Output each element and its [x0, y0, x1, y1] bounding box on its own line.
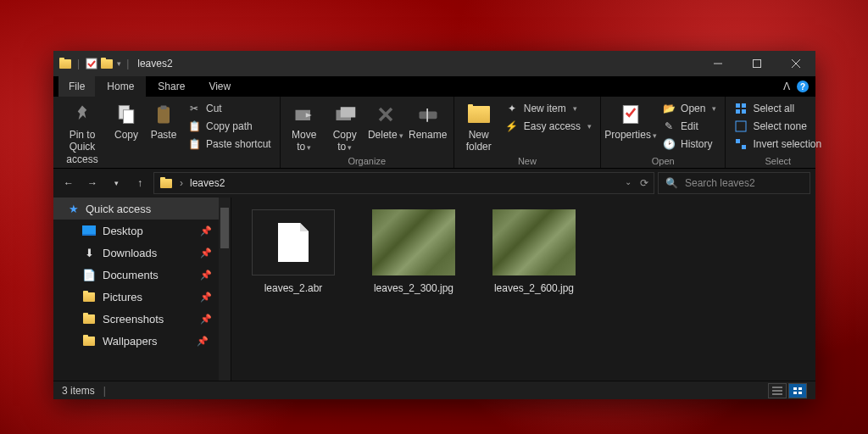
star-icon: ★ — [69, 203, 79, 215]
new-item-button[interactable]: ✦New item▾ — [502, 100, 595, 117]
help-icon[interactable]: ? — [797, 81, 809, 92]
breadcrumb-dropdown-icon[interactable]: ⌄ — [625, 177, 632, 189]
svg-rect-11 — [340, 107, 355, 117]
collapse-ribbon-icon[interactable]: ᐱ — [783, 81, 790, 92]
sidebar-item-wallpapers[interactable]: Wallpapers📌⌄ — [53, 330, 231, 352]
properties-button[interactable]: Properties▾ — [606, 98, 655, 141]
paste-shortcut-button[interactable]: 📋Paste shortcut — [184, 136, 275, 153]
ribbon-group-select: Select all Select none Invert selection … — [726, 97, 830, 168]
rename-icon — [415, 102, 442, 127]
close-button[interactable] — [776, 51, 815, 76]
copy-to-button[interactable]: Copy to▾ — [326, 98, 364, 153]
invert-selection-button[interactable]: Invert selection — [731, 136, 825, 153]
svg-rect-25 — [82, 234, 96, 236]
pin-icon — [69, 102, 96, 127]
svg-rect-31 — [793, 392, 797, 394]
group-label: Open — [606, 154, 720, 168]
rename-button[interactable]: Rename — [408, 98, 448, 141]
delete-button[interactable]: Delete▾ — [367, 98, 404, 141]
paste-button[interactable]: Paste — [147, 98, 181, 141]
svg-rect-19 — [736, 109, 740, 114]
svg-rect-24 — [82, 225, 96, 234]
tab-home[interactable]: Home — [95, 76, 146, 97]
svg-rect-32 — [798, 392, 802, 394]
sidebar-item-downloads[interactable]: ⬇Downloads📌 — [53, 242, 231, 264]
copy-path-button[interactable]: 📋Copy path — [184, 118, 275, 135]
file-name: leaves_2.abr — [264, 282, 323, 294]
search-box[interactable]: 🔍 Search leaves2 — [658, 172, 810, 194]
new-folder-button[interactable]: New folder — [459, 98, 498, 153]
cut-button[interactable]: ✂Cut — [184, 100, 275, 117]
window-title: leaves2 — [137, 58, 172, 70]
pin-to-quick-access-button[interactable]: Pin to Quick access — [58, 98, 106, 165]
svg-rect-18 — [742, 103, 746, 108]
pin-icon: 📌 — [200, 225, 212, 236]
select-none-button[interactable]: Select none — [731, 118, 825, 135]
selectall-icon — [734, 102, 748, 115]
minimize-button[interactable] — [698, 51, 737, 76]
folder-icon — [159, 176, 173, 190]
sidebar-item-pictures[interactable]: Pictures📌 — [53, 286, 231, 308]
group-label: Select — [731, 154, 825, 168]
maximize-button[interactable] — [737, 51, 776, 76]
tab-view[interactable]: View — [197, 76, 242, 97]
navbar: ← → ▾ ↑ › leaves2 ⌄ ⟳ 🔍 Search leaves2 — [53, 169, 815, 198]
separator: | — [77, 58, 80, 70]
svg-rect-20 — [742, 109, 746, 114]
file-list[interactable]: leaves_2.abr leaves_2_300.jpg leaves_2_6… — [231, 198, 815, 381]
edit-button[interactable]: ✎Edit — [659, 118, 720, 135]
folder-icon — [82, 312, 96, 326]
easy-access-button[interactable]: ⚡Easy access▾ — [502, 118, 595, 135]
explorer-window: | ▾ | leaves2 File Home Share View ᐱ ? P — [53, 51, 815, 399]
copypath-icon: 📋 — [187, 120, 201, 133]
svg-rect-15 — [426, 108, 428, 122]
sidebar-item-screenshots[interactable]: Screenshots📌 — [53, 308, 231, 330]
file-item[interactable]: leaves_2_600.jpg — [487, 209, 581, 294]
properties-qat-icon[interactable] — [85, 57, 98, 70]
refresh-button[interactable]: ⟳ — [640, 177, 648, 189]
tab-share[interactable]: Share — [146, 76, 197, 97]
move-to-button[interactable]: Move to▾ — [286, 98, 323, 153]
recent-dropdown[interactable]: ▾ — [106, 173, 126, 193]
ribbon-group-open: Properties▾ 📂Open▾ ✎Edit 🕑History Open — [601, 97, 726, 168]
group-label: New — [459, 154, 595, 168]
doc-icon: 📄 — [82, 268, 96, 281]
breadcrumb-current[interactable]: leaves2 — [190, 177, 225, 189]
copyto-icon — [331, 102, 359, 127]
svg-rect-29 — [793, 387, 797, 390]
svg-rect-21 — [736, 121, 746, 131]
svg-rect-7 — [158, 107, 170, 123]
address-bar[interactable]: › leaves2 ⌄ ⟳ — [153, 172, 654, 194]
folder-icon — [58, 57, 72, 70]
file-menu[interactable]: File — [58, 76, 95, 97]
statusbar: 3 items | — [53, 381, 815, 399]
search-icon: 🔍 — [665, 177, 678, 189]
sidebar-item-quick-access[interactable]: ★Quick access — [53, 198, 231, 220]
select-all-button[interactable]: Select all — [731, 100, 825, 117]
up-button[interactable]: ↑ — [130, 173, 150, 193]
quick-access-toolbar: | ▾ | — [58, 57, 132, 70]
sidebar-item-documents[interactable]: 📄Documents📌 — [53, 264, 231, 286]
sidebar-item-desktop[interactable]: Desktop📌 — [53, 220, 231, 242]
qat-dropdown-icon[interactable]: ▾ — [117, 59, 121, 68]
file-name: leaves_2_300.jpg — [374, 282, 453, 294]
forward-button[interactable]: → — [82, 173, 103, 193]
paste-icon — [150, 102, 177, 127]
sidebar-scrollbar[interactable] — [219, 198, 231, 381]
body: ★Quick access Desktop📌 ⬇Downloads📌 📄Docu… — [53, 198, 815, 381]
history-button[interactable]: 🕑History — [659, 136, 720, 153]
titlebar: | ▾ | leaves2 — [53, 51, 815, 76]
svg-rect-17 — [736, 103, 740, 108]
svg-rect-2 — [754, 60, 761, 68]
thumbnails-view-button[interactable] — [788, 383, 807, 398]
window-controls — [698, 51, 815, 76]
newfolder-qat-icon[interactable] — [100, 57, 114, 70]
copy-button[interactable]: Copy — [109, 98, 143, 141]
details-view-button[interactable] — [768, 383, 787, 398]
file-item[interactable]: leaves_2_300.jpg — [367, 209, 460, 294]
copy-icon — [113, 102, 140, 127]
item-count: 3 items — [62, 385, 95, 397]
open-button[interactable]: 📂Open▾ — [659, 100, 720, 117]
file-item[interactable]: leaves_2.abr — [247, 209, 340, 294]
back-button[interactable]: ← — [58, 173, 79, 193]
